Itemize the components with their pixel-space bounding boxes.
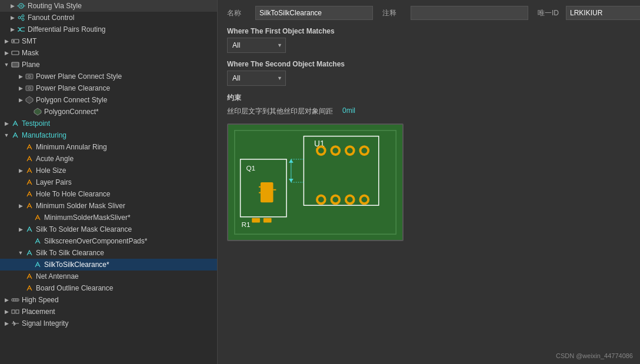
pcb-preview: U1 Q1 R1 [227,123,404,241]
min-solder-mask-item-icon [33,213,42,222]
tree-label: Manufacturing [22,131,66,139]
svg-rect-15 [26,86,33,91]
comment-label: 注释 [382,8,406,18]
tree-item-power-plane-clearance[interactable]: Power Plane Clearance [0,82,217,94]
constraint-section: 约束 丝印层文字到其他丝印层对象间距 0mil [227,91,640,116]
tree-label: Hole To Hole Clearance [36,190,111,198]
svg-line-7 [21,16,22,18]
tree-label: Layer Pairs [36,178,72,186]
tree-label: Testpoint [22,119,50,128]
tree-arrow [16,168,25,173]
svg-point-56 [347,148,353,153]
tree-label: Polygon Connect Style [36,96,107,104]
first-match-select[interactable]: All [227,38,286,53]
id-input[interactable] [566,6,640,20]
tree-item-testpoint[interactable]: Testpoint [0,118,217,129]
tree-item-silkscreen-over-pads[interactable]: SilkscreenOverComponentPads* [0,235,217,247]
tree-arrow [2,38,11,44]
tree-item-mask[interactable]: Mask [0,47,217,59]
tree-item-silk-to-silk[interactable]: Silk To Silk Clearance [0,247,217,259]
tree-label: High Speed [22,296,59,304]
svg-rect-67 [252,218,260,223]
tree-label: Hole Size [36,166,66,175]
comment-input[interactable] [411,6,528,20]
first-match-section: Where The First Object Matches All [227,25,640,53]
svg-rect-68 [264,218,272,223]
tree-arrow [16,85,25,91]
tree-label: Net Antennae [36,272,79,280]
svg-point-60 [318,197,324,203]
tree-item-silk-to-silk-item[interactable]: SilkToSilkClearance* [0,259,217,271]
tree-item-routing-via-style[interactable]: Routing Via Style [0,0,217,12]
svg-point-54 [332,148,338,153]
tree-label: MinimumSolderMaskSliver* [44,213,131,222]
silk-to-silk-icon [25,248,34,258]
tree-item-net-antennae[interactable]: Net Antennae [0,271,217,282]
tree-item-polygon-connect-style[interactable]: Polygon Connect Style [0,94,217,106]
tree-item-smt[interactable]: SMT [0,35,217,47]
tree-label: Routing Via Style [28,2,82,10]
svg-point-5 [22,15,24,17]
plane-icon [11,60,20,69]
silk-to-solder-icon [25,225,34,234]
svg-rect-39 [16,310,19,313]
svg-rect-12 [12,62,19,67]
tree-arrow [2,132,11,138]
pplane-clearance-icon [25,84,34,93]
svg-marker-18 [34,108,41,115]
tree-label: Power Plane Clearance [36,84,110,92]
name-input[interactable] [255,6,373,20]
constraint-value: 0mil [342,106,355,115]
smt-icon [11,36,20,46]
tree-item-fanout-control[interactable]: Fanout Control [0,12,217,24]
pplane-connect-icon [25,72,34,81]
svg-point-1 [20,5,22,7]
tree-item-acute-angle[interactable]: Acute Angle [0,153,217,165]
tree-arrow [2,62,11,68]
svg-rect-11 [12,51,19,55]
tree-item-high-speed[interactable]: High Speed [0,294,217,306]
tree-label: Silk To Silk Clearance [36,249,104,257]
tree-label: SMT [22,37,36,45]
tree-label: Power Plane Connect Style [36,72,122,81]
svg-point-58 [361,148,367,153]
tree-item-min-solder-mask-item[interactable]: MinimumSolderMaskSliver* [0,212,217,223]
second-match-select[interactable]: All [227,71,286,86]
tree-item-hole-size[interactable]: Hole Size [0,165,217,176]
first-match-select-wrapper: All [227,38,286,53]
tree-item-signal-integrity[interactable]: Signal Integrity [0,318,217,329]
tree-item-hole-to-hole[interactable]: Hole To Hole Clearance [0,188,217,200]
name-label: 名称 [227,8,251,18]
tree-arrow [8,15,16,21]
tree-item-silk-to-solder[interactable]: Silk To Solder Mask Clearance [0,223,217,235]
tree-arrow [16,97,25,103]
tree-item-plane[interactable]: Plane [0,59,217,71]
tree-item-board-outline[interactable]: Board Outline Clearance [0,282,217,294]
tree-item-min-solder-mask-sliver[interactable]: Minimum Solder Mask Sliver [0,200,217,212]
tree-item-power-plane-connect-style[interactable]: Power Plane Connect Style [0,71,217,82]
name-row: 名称 注释 唯一ID 测试语句 [227,6,640,20]
svg-rect-10 [13,40,15,42]
tree-item-polygon-connect[interactable]: PolygonConnect* [0,106,217,118]
board-outline-icon [25,283,34,293]
tree-arrow [16,203,25,209]
svg-point-62 [332,197,338,203]
tree-label: Fanout Control [28,14,74,22]
tree-label: Acute Angle [36,155,74,163]
hole-to-hole-icon [25,189,34,199]
tree-label: Signal Integrity [22,319,68,328]
tree-item-placement[interactable]: Placement [0,306,217,318]
tree-item-layer-pairs[interactable]: Layer Pairs [0,176,217,188]
tree-label: Silk To Solder Mask Clearance [36,225,132,233]
routing-via-style-icon [16,1,26,11]
first-match-row: All [227,38,640,53]
tree-arrow [8,26,16,32]
second-match-select-wrapper: All [227,71,286,86]
tree-item-diff-pairs[interactable]: Differential Pairs Routing [0,24,217,35]
tree-item-manufacturing[interactable]: Manufacturing [0,129,217,141]
polygon-connect-style-icon [25,95,34,105]
tree-arrow [16,74,25,79]
silkscreen-over-pads-icon [33,236,42,246]
tree-item-min-annular-ring[interactable]: Minimum Annular Ring [0,141,217,153]
tree-arrow [2,121,11,126]
